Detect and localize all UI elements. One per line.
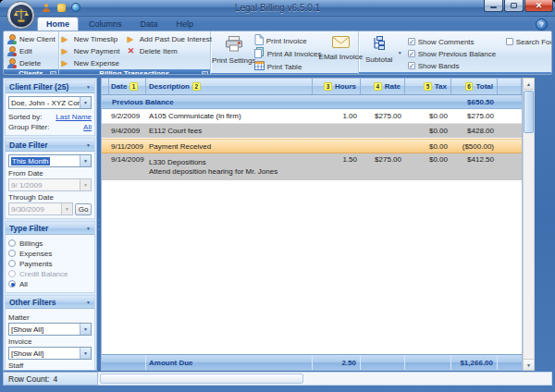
edit-client-button[interactable]: Edit <box>6 45 56 56</box>
dialog-launcher-icon[interactable]: ↘ <box>202 71 208 75</box>
column-header-filler <box>498 79 522 94</box>
radio-billings[interactable]: Billings <box>8 239 92 248</box>
subtotal-dropdown-arrow[interactable]: ▼ <box>398 50 402 55</box>
new-client-button[interactable]: New Client <box>6 33 56 44</box>
table-row[interactable]: 9/14/2009 L330 Depositions Attend deposi… <box>102 153 522 181</box>
status-bar: Row Count: 4 <box>3 372 552 386</box>
window-controls: ✕ <box>484 0 553 12</box>
client-filter-header[interactable]: Client Filter (25) ▼ <box>6 80 94 93</box>
minimize-button[interactable] <box>484 0 503 12</box>
print-table-button[interactable]: Print Table <box>254 61 322 72</box>
table-row[interactable]: 9/2/2009 A105 Communicate (in firm) 1.00… <box>102 109 522 124</box>
amount-due-row: Amount Due 2.50 $1,266.00 <box>102 354 522 370</box>
matter-select[interactable]: [Show All] ▼ <box>8 323 92 336</box>
client-select[interactable]: Doe, John - XYZ Corporation ▼ <box>8 96 92 109</box>
sorted-by-link[interactable]: Last Name <box>56 113 92 121</box>
vertical-scrollbar-thumb[interactable] <box>524 91 534 133</box>
tab-help[interactable]: Help <box>168 17 203 31</box>
subtotal-icon <box>372 36 387 53</box>
title-bar[interactable]: Legal Billing v6.5.0.1 ✕ <box>0 0 555 17</box>
tab-home[interactable]: Home <box>37 17 79 31</box>
filter-sidebar: Client Filter (25) ▼ Doe, John - XYZ Cor… <box>3 78 97 371</box>
other-filters-panel: Other Filters ▼ Matter [Show All] ▼ Invo… <box>5 295 95 371</box>
type-filter-header[interactable]: Type Filter ▼ <box>6 222 94 235</box>
vertical-scrollbar[interactable]: ▲ ▼ <box>523 78 535 371</box>
date-range-select[interactable]: This Month ▼ <box>8 154 92 167</box>
app-menu-button[interactable] <box>6 1 35 30</box>
chevron-down-icon: ▼ <box>86 300 91 305</box>
delete-item-button[interactable]: ✕ Delete Item <box>128 45 207 56</box>
help-icon: ? <box>539 20 544 29</box>
group-filter-label: Group Filter: <box>8 123 49 131</box>
new-timeslip-button[interactable]: ▶ New Timeslip <box>62 33 124 44</box>
maximize-button[interactable] <box>504 0 524 12</box>
table-row-payment[interactable]: 9/11/2009 Payment Received $0.00 ($500.0… <box>102 139 522 153</box>
chevron-down-icon: ▼ <box>80 179 91 190</box>
add-past-due-interest-button[interactable]: ▶ Add Past Due Interest <box>128 33 207 44</box>
column-header-description[interactable]: Description2 <box>146 79 313 94</box>
column-header-hours[interactable]: 3Hours <box>313 79 361 94</box>
print-settings-button[interactable]: Print Settings <box>214 33 254 72</box>
scroll-down-arrow-icon[interactable]: ▼ <box>524 359 534 370</box>
scroll-up-arrow-icon[interactable]: ▲ <box>524 79 534 90</box>
date-filter-panel: Date Filter ▼ This Month ▼ From Date 9/ … <box>5 138 95 219</box>
column-header-rate[interactable]: 4Rate <box>361 79 405 94</box>
group-filter-link[interactable]: All <box>83 123 92 131</box>
radio-expenses[interactable]: Expenses <box>8 249 92 258</box>
yellow-arrow-icon: ▶ <box>62 35 71 43</box>
search-footer-checkbox[interactable]: Search Footer <box>506 36 552 47</box>
show-comments-checkbox[interactable]: ✓ Show Comments <box>408 36 506 47</box>
previous-balance-row[interactable]: Previous Balance $650.50 <box>102 95 522 109</box>
checkbox-icon: ✓ <box>408 50 415 57</box>
radio-credit-balance: Credit Balance <box>8 269 92 278</box>
chevron-down-icon: ▼ <box>86 84 91 90</box>
column-header-total[interactable]: 6Total <box>451 79 498 94</box>
tab-columns[interactable]: Columns <box>80 17 130 31</box>
through-date-input[interactable]: 9/30/2009 ▼ <box>8 202 73 215</box>
column-badge: 6 <box>465 82 474 91</box>
column-header-tax[interactable]: 5Tax <box>405 79 451 94</box>
print-all-invoices-button[interactable]: Print All Invoices <box>254 48 322 59</box>
documents-icon <box>254 47 265 60</box>
tab-data[interactable]: Data <box>132 17 166 31</box>
previous-balance-total: $650.50 <box>451 95 498 108</box>
column-badge: 5 <box>424 82 432 91</box>
column-header-date[interactable]: Date1 <box>109 79 146 94</box>
email-invoice-button[interactable]: EMail Invoice <box>321 33 360 72</box>
table-row[interactable]: 9/4/2009 E112 Court fees $0.00 $428.00 <box>102 124 522 139</box>
invoice-select[interactable]: [Show All] ▼ <box>8 347 92 360</box>
chevron-down-icon: ▼ <box>86 226 91 231</box>
delete-client-button[interactable]: Delete <box>6 57 56 68</box>
new-expense-button[interactable]: ▶ New Expense <box>62 57 124 68</box>
from-date-input[interactable]: 9/ 1/2009 ▼ <box>8 178 92 191</box>
show-previous-balance-checkbox[interactable]: ✓ Show Previous Balance <box>408 48 506 59</box>
print-invoice-button[interactable]: Print Invoice <box>254 35 322 46</box>
subtotal-button[interactable]: Subtotal <box>362 33 397 71</box>
close-button[interactable]: ✕ <box>524 0 553 12</box>
help-button[interactable]: ? <box>536 18 548 31</box>
row-count-value: 4 <box>53 374 57 384</box>
chevron-down-icon: ▼ <box>80 97 91 108</box>
dialog-launcher-icon[interactable]: ↘ <box>50 71 56 75</box>
other-filters-header[interactable]: Other Filters ▼ <box>6 296 94 309</box>
billing-group-caption: Billing Transactions↘ <box>59 69 210 75</box>
from-date-label: From Date <box>8 169 92 178</box>
ribbon-tabs: Home Columns Data Help <box>37 16 202 31</box>
radio-all[interactable]: All <box>8 279 92 288</box>
date-filter-header[interactable]: Date Filter ▼ <box>6 139 94 152</box>
checkbox-icon: ✓ <box>408 62 415 69</box>
radio-payments[interactable]: Payments <box>8 259 92 268</box>
show-bands-checkbox[interactable]: ✓ Show Bands <box>408 60 506 71</box>
radio-icon <box>8 260 16 267</box>
new-payment-button[interactable]: ▶ New Payment <box>62 45 124 56</box>
clients-group-caption: Clients↘ <box>4 69 58 75</box>
row-comment: Attend deposition hearing for Mr. Jones <box>149 167 278 177</box>
radio-icon <box>8 280 16 288</box>
horizontal-scrollbar-thumb[interactable] <box>100 374 303 384</box>
indicator-column-header[interactable] <box>102 79 109 94</box>
delete-client-icon <box>6 58 17 68</box>
go-button[interactable]: Go <box>75 203 92 215</box>
horizontal-scrollbar[interactable] <box>98 372 552 386</box>
window-title: Legal Billing v6.5.0.1 <box>0 3 555 13</box>
yellow-arrow-icon: ▶ <box>62 59 71 67</box>
